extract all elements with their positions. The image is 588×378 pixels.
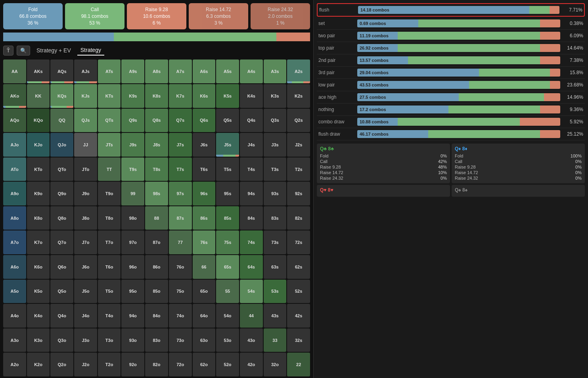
- matrix-cell-t6s[interactable]: T6s: [193, 157, 216, 181]
- matrix-cell-82s[interactable]: 82s: [287, 206, 310, 230]
- matrix-cell-98s[interactable]: 98s: [145, 182, 168, 205]
- matrix-cell-43o[interactable]: 43o: [240, 328, 263, 352]
- matrix-cell-t9o[interactable]: T9o: [98, 182, 121, 205]
- hand-type-row-3rd_pair[interactable]: 3rd pair29.04 combos15.8%: [317, 67, 585, 79]
- matrix-cell-tt[interactable]: TT: [98, 157, 121, 181]
- matrix-cell-j4o[interactable]: J4o: [74, 304, 97, 328]
- matrix-cell-j8o[interactable]: J8o: [74, 206, 97, 230]
- matrix-cell-87s[interactable]: 87s: [169, 206, 192, 230]
- matrix-cell-ato[interactable]: ATo: [3, 157, 26, 181]
- matrix-cell-kqo[interactable]: KQo: [27, 109, 50, 132]
- matrix-cell-52s[interactable]: 52s: [287, 280, 310, 303]
- matrix-cell-aa[interactable]: AA: [3, 59, 26, 83]
- matrix-cell-53o[interactable]: 53o: [216, 328, 239, 352]
- matrix-cell-73o[interactable]: 73o: [169, 328, 192, 352]
- matrix-cell-62s[interactable]: 62s: [287, 255, 310, 279]
- matrix-cell-75o[interactable]: 75o: [169, 280, 192, 303]
- matrix-cell-k5s[interactable]: K5s: [216, 84, 239, 108]
- matrix-cell-65s[interactable]: 65s: [216, 255, 239, 279]
- matrix-cell-k8o[interactable]: K8o: [27, 206, 50, 230]
- matrix-cell-84o[interactable]: 84o: [145, 304, 168, 328]
- matrix-cell-32o[interactable]: 32o: [264, 353, 287, 376]
- matrix-cell-t8o[interactable]: T8o: [98, 206, 121, 230]
- matrix-cell-j2s[interactable]: J2s: [287, 133, 310, 157]
- matrix-cell-a2s[interactable]: A2s: [287, 59, 310, 83]
- matrix-cell-kts[interactable]: KTs: [98, 84, 121, 108]
- matrix-cell-a8o[interactable]: A8o: [3, 206, 26, 230]
- matrix-cell-86s[interactable]: 86s: [193, 206, 216, 230]
- matrix-cell-99[interactable]: 99: [121, 182, 144, 205]
- matrix-cell-87o[interactable]: 87o: [145, 230, 168, 254]
- matrix-cell-32s[interactable]: 32s: [287, 328, 310, 352]
- matrix-cell-q9s[interactable]: Q9s: [121, 109, 144, 132]
- matrix-cell-q3s[interactable]: Q3s: [264, 109, 287, 132]
- matrix-cell-55[interactable]: 55: [216, 280, 239, 303]
- matrix-cell-a9o[interactable]: A9o: [3, 182, 26, 205]
- matrix-cell-qjs[interactable]: QJs: [74, 109, 97, 132]
- matrix-cell-t4s[interactable]: T4s: [240, 157, 263, 181]
- matrix-cell-qq[interactable]: QQ: [50, 109, 73, 132]
- matrix-cell-q4o[interactable]: Q4o: [50, 304, 73, 328]
- matrix-cell-62o[interactable]: 62o: [193, 353, 216, 376]
- matrix-cell-53s[interactable]: 53s: [264, 280, 287, 303]
- matrix-cell-ako[interactable]: AKo: [3, 84, 26, 108]
- matrix-cell-q4s[interactable]: Q4s: [240, 109, 263, 132]
- matrix-cell-aks[interactable]: AKs: [27, 59, 50, 83]
- matrix-cell-83o[interactable]: 83o: [145, 328, 168, 352]
- matrix-cell-kk[interactable]: KK: [27, 84, 50, 108]
- matrix-cell-a6o[interactable]: A6o: [3, 255, 26, 279]
- matrix-cell-95o[interactable]: 95o: [121, 280, 144, 303]
- matrix-cell-94s[interactable]: 94s: [240, 182, 263, 205]
- matrix-cell-k4o[interactable]: K4o: [27, 304, 50, 328]
- hand-type-row-flush_draw[interactable]: flush draw46.17 combos25.12%: [317, 128, 585, 140]
- matrix-cell-k6o[interactable]: K6o: [27, 255, 50, 279]
- t-button[interactable]: T̄: [3, 46, 13, 56]
- matrix-cell-j9s[interactable]: J9s: [121, 133, 144, 157]
- matrix-cell-63s[interactable]: 63s: [264, 255, 287, 279]
- raise928-button[interactable]: Raise 9.28 10.6 combos 6 %: [127, 3, 186, 29]
- matrix-cell-kqs[interactable]: KQs: [50, 84, 73, 108]
- matrix-cell-ajo[interactable]: AJo: [3, 133, 26, 157]
- matrix-cell-q5o[interactable]: Q5o: [50, 280, 73, 303]
- matrix-cell-k2s[interactable]: K2s: [287, 84, 310, 108]
- matrix-cell-98o[interactable]: 98o: [121, 206, 144, 230]
- hand-type-row-two_pair[interactable]: two pair11.19 combos6.09%: [317, 30, 585, 42]
- matrix-cell-k5o[interactable]: K5o: [27, 280, 50, 303]
- matrix-cell-kto[interactable]: KTo: [27, 157, 50, 181]
- matrix-cell-52o[interactable]: 52o: [216, 353, 239, 376]
- matrix-cell-77[interactable]: 77: [169, 230, 192, 254]
- matrix-cell-jj[interactable]: JJ: [74, 133, 97, 157]
- matrix-cell-82o[interactable]: 82o: [145, 353, 168, 376]
- matrix-cell-a2o[interactable]: A2o: [3, 353, 26, 376]
- hand-type-row-combo_draw[interactable]: combo draw10.88 combos5.92%: [317, 116, 585, 128]
- matrix-cell-97s[interactable]: 97s: [169, 182, 192, 205]
- matrix-cell-73s[interactable]: 73s: [264, 230, 287, 254]
- hand-type-row-top_pair[interactable]: top pair26.92 combos14.64%: [317, 42, 585, 54]
- matrix-cell-j8s[interactable]: J8s: [145, 133, 168, 157]
- matrix-cell-j6s[interactable]: J6s: [193, 133, 216, 157]
- call-button[interactable]: Call 98.1 combos 53 %: [65, 3, 124, 29]
- hand-type-row-nothing[interactable]: nothing17.2 combos9.36%: [317, 104, 585, 116]
- matrix-cell-a5s[interactable]: A5s: [216, 59, 239, 83]
- matrix-cell-22[interactable]: 22: [287, 353, 310, 376]
- matrix-cell-j6o[interactable]: J6o: [74, 255, 97, 279]
- matrix-cell-95s[interactable]: 95s: [216, 182, 239, 205]
- matrix-cell-93o[interactable]: 93o: [121, 328, 144, 352]
- matrix-cell-92o[interactable]: 92o: [121, 353, 144, 376]
- matrix-cell-t2o[interactable]: T2o: [98, 353, 121, 376]
- matrix-cell-84s[interactable]: 84s: [240, 206, 263, 230]
- matrix-cell-qts[interactable]: QTs: [98, 109, 121, 132]
- matrix-cell-aqo[interactable]: AQo: [3, 109, 26, 132]
- matrix-cell-72s[interactable]: 72s: [287, 230, 310, 254]
- matrix-cell-83s[interactable]: 83s: [264, 206, 287, 230]
- matrix-cell-q9o[interactable]: Q9o: [50, 182, 73, 205]
- matrix-cell-t4o[interactable]: T4o: [98, 304, 121, 328]
- matrix-cell-q2s[interactable]: Q2s: [287, 109, 310, 132]
- hand-type-row-ace_high[interactable]: ace high27.5 combos14.96%: [317, 91, 585, 104]
- matrix-cell-74o[interactable]: 74o: [169, 304, 192, 328]
- matrix-cell-k7s[interactable]: K7s: [169, 84, 192, 108]
- hand-type-row-low_pair[interactable]: low pair43.53 combos23.68%: [317, 79, 585, 91]
- matrix-cell-q2o[interactable]: Q2o: [50, 353, 73, 376]
- matrix-cell-q8s[interactable]: Q8s: [145, 109, 168, 132]
- matrix-cell-96s[interactable]: 96s: [193, 182, 216, 205]
